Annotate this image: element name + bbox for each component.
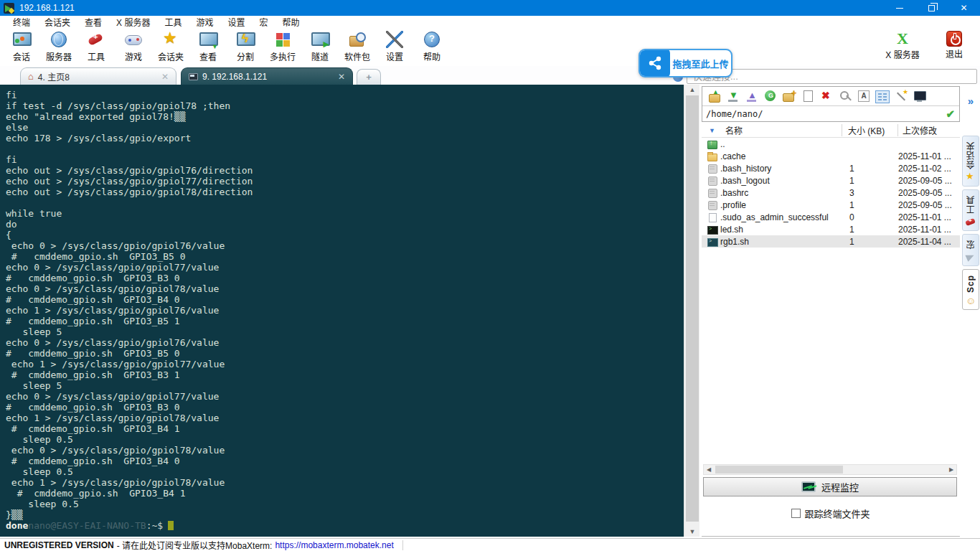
download-icon[interactable] <box>726 89 740 103</box>
scrollbar-thumb[interactable] <box>686 95 699 522</box>
sidebar-tab[interactable]: 工具 <box>962 189 979 231</box>
file-name-cell: .bash_logout <box>702 176 842 186</box>
toolbar-button[interactable]: 隧道 <box>301 28 339 66</box>
terminal-line: if test -d /sys/class/gpio/gpiol78 ;then <box>6 100 684 111</box>
scroll-left-arrow[interactable]: ◀ <box>704 465 714 474</box>
file-row[interactable]: .sudo_as_admin_successful 0 2025-11-01 .… <box>702 211 960 223</box>
scroll-down-arrow[interactable]: ▼ <box>684 527 700 537</box>
file-row[interactable]: .bash_history 1 2025-11-02 ... <box>702 162 960 174</box>
terminal-scrollbar[interactable]: ▲ ▼ <box>684 85 699 537</box>
terminal-line: echo 0 > /sys/class/gpio/gpiol77/value <box>6 262 684 273</box>
toolbar-button[interactable]: 分割 <box>227 28 264 66</box>
new-folder-icon[interactable] <box>782 89 796 103</box>
star-icon <box>966 172 976 182</box>
wand-icon[interactable] <box>894 89 908 103</box>
script-icon <box>707 176 717 185</box>
scroll-up-arrow[interactable]: ▲ <box>684 85 700 95</box>
path-confirm-icon[interactable]: ✔ <box>946 108 955 121</box>
minimize-button[interactable] <box>883 0 915 16</box>
close-icon: ✕ <box>960 3 967 13</box>
open-terminal-icon[interactable] <box>913 89 927 103</box>
script-icon <box>707 188 717 197</box>
toolbar-button[interactable]: 查看 <box>189 28 227 66</box>
menu-item[interactable]: 宏 <box>252 16 275 28</box>
file-panel-toolbar <box>702 87 959 105</box>
column-header-modified[interactable]: 上次修改 <box>898 124 958 136</box>
maximize-button[interactable] <box>915 0 948 16</box>
toolbar-right-group: X X 服务器 退出 <box>882 30 974 60</box>
column-header-name[interactable]: ▼名称 <box>702 124 842 136</box>
toolbar-label: 查看 <box>189 50 227 62</box>
file-row[interactable]: .bashrc 3 2025-09-05 ... <box>702 187 960 199</box>
window-controls: ✕ <box>883 0 980 16</box>
toolbar-button[interactable]: 多执行 <box>264 28 301 66</box>
sidebar-tab[interactable]: 会话夹 <box>962 136 979 187</box>
tab-session-close-icon[interactable]: ✕ <box>338 72 345 82</box>
go-up-icon[interactable] <box>707 89 722 103</box>
file-size-cell: 1 <box>842 176 898 186</box>
menu-item[interactable]: 游戏 <box>189 16 220 28</box>
menu-item[interactable]: 查看 <box>77 16 109 28</box>
tab-home-label: 4. 主页8 <box>38 70 157 83</box>
path-input[interactable]: /home/nano/ <box>702 109 959 119</box>
list-view-icon[interactable] <box>875 90 890 103</box>
terminal-line: # cmddemo_gpio.sh GPIO3_B5 0 <box>6 348 684 359</box>
file-row[interactable]: .. <box>702 138 960 150</box>
terminal-line: echo out > /sys/class/gpio/gpiol76/direc… <box>6 165 684 176</box>
menu-item[interactable]: 设置 <box>220 16 252 28</box>
toolbar-button[interactable]: 设置 <box>376 28 413 66</box>
servers-icon <box>50 30 68 49</box>
delete-icon[interactable] <box>819 89 834 103</box>
hscrollbar-thumb[interactable] <box>715 466 843 474</box>
refresh-icon[interactable] <box>763 89 778 103</box>
remote-monitor-button[interactable]: 远程监控 <box>703 477 957 496</box>
terminal-line: # cmddemo_gpio.sh GPIO3_B4 1 <box>6 488 684 499</box>
toolbar-button[interactable]: 游戏 <box>115 28 152 66</box>
terminal-area[interactable]: fiif test -d /sys/class/gpio/gpiol78 ;th… <box>0 85 684 537</box>
file-row[interactable]: led.sh 1 2025-11-01 ... <box>702 223 960 235</box>
menu-item[interactable]: 终端 <box>6 16 37 28</box>
keys-icon[interactable] <box>838 89 852 103</box>
follow-terminal-checkbox[interactable] <box>791 509 801 518</box>
file-row[interactable]: .bash_logout 1 2025-09-05 ... <box>702 174 960 187</box>
file-row[interactable]: .cache 2025-11-01 ... <box>702 150 960 162</box>
mobaxterm-app-icon <box>4 3 14 14</box>
menu-item[interactable]: 会话夹 <box>37 16 77 28</box>
toolbar-button[interactable]: 会话 <box>3 28 40 66</box>
file-row[interactable]: .profile 1 2025-09-05 ... <box>702 199 960 211</box>
scroll-right-arrow[interactable]: ▶ <box>946 465 956 474</box>
menu-item[interactable]: X 服务器 <box>109 16 157 28</box>
file-row[interactable]: rgb1.sh 1 2025-11-04 ... <box>702 235 960 248</box>
expand-panel-chevron[interactable]: » <box>961 95 980 107</box>
sidebar-tab[interactable]: Scp <box>962 269 979 310</box>
mobaxterm-link[interactable]: https://mobaxterm.mobatek.net <box>275 540 393 550</box>
upload-icon[interactable] <box>745 89 759 103</box>
toolbar-button[interactable]: 工具 <box>77 28 115 66</box>
toolbar-button[interactable]: 帮助 <box>413 28 451 66</box>
rename-icon[interactable] <box>857 89 871 103</box>
drag-upload-button[interactable]: 拖拽至此上传 <box>639 49 732 77</box>
toolbar-button[interactable]: 软件包 <box>339 28 376 66</box>
terminal-line: echo 1 > /sys/class/gpio/gpiol78/value <box>6 477 684 488</box>
sidebar-tab[interactable]: 宏 <box>962 234 979 266</box>
menu-item[interactable]: 帮助 <box>275 16 306 28</box>
tab-session-active[interactable]: 9. 192.168.1.121 ✕ <box>181 67 353 85</box>
folder-up-icon <box>707 139 717 149</box>
tab-home-close-icon[interactable]: ✕ <box>161 72 169 82</box>
terminal-line: # cmddemo_gpio.sh GPIO3_B5 0 <box>6 251 684 262</box>
new-file-icon[interactable] <box>801 89 815 103</box>
column-header-size[interactable]: 大小 (KB) <box>842 124 898 136</box>
path-bar: /home/nano/ ✔ <box>702 105 959 121</box>
menu-item[interactable]: 工具 <box>157 16 189 28</box>
exit-button[interactable]: 退出 <box>934 30 974 60</box>
tab-home[interactable]: ⌂ 4. 主页8 ✕ <box>20 67 176 85</box>
file-panel-hscrollbar[interactable]: ◀ ▶ <box>703 464 957 475</box>
terminal-line: echo out > /sys/class/gpio/gpiol77/direc… <box>6 176 684 187</box>
toolbar-button[interactable]: 会话夹 <box>152 28 189 66</box>
new-tab-button[interactable]: + <box>357 69 381 85</box>
close-button[interactable]: ✕ <box>948 0 980 16</box>
x-server-button[interactable]: X X 服务器 <box>882 30 923 60</box>
terminal-line: sleep 0.5 <box>6 434 684 445</box>
toolbar-button[interactable]: 服务器 <box>40 28 77 66</box>
follow-terminal-label: 跟踪终端文件夹 <box>804 507 870 520</box>
